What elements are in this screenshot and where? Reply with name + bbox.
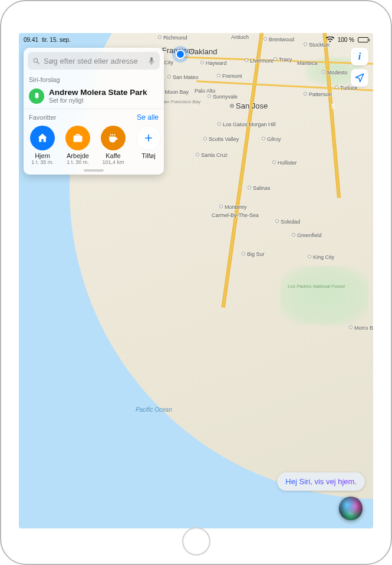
screen: 5 RichmondSan FranciscoOaklandHaywardFre… <box>19 33 373 528</box>
home-icon <box>30 126 55 150</box>
favorite-label: Hjem <box>35 152 50 159</box>
home-button[interactable] <box>182 527 210 556</box>
dictate-icon[interactable] <box>148 57 155 65</box>
svg-point-0 <box>34 58 38 63</box>
favorite-label: Tilføj <box>141 152 155 159</box>
favorites-label: Favoritter <box>29 114 56 121</box>
suggestion-subtitle: Set for nyligt <box>49 97 147 104</box>
battery-icon <box>358 37 368 42</box>
favorites-header: Favoritter Se alle <box>24 109 164 124</box>
favorites-row: Hjem1 t. 35 m.Arbejde1 t. 30 m.Kaffe101,… <box>24 124 164 165</box>
city-label[interactable]: Tracy <box>274 57 292 63</box>
city-label[interactable]: Hollister <box>272 160 297 166</box>
status-date: tir. 15. sep. <box>42 37 71 43</box>
svg-line-1 <box>37 62 39 64</box>
city-label[interactable]: Soledad <box>275 219 300 225</box>
city-label[interactable]: Fremont <box>217 73 242 79</box>
favorite-label: Kaffe <box>106 152 121 159</box>
city-label[interactable]: Salinas <box>248 185 271 191</box>
city-label[interactable]: King City <box>308 254 334 260</box>
favorite-item[interactable]: Hjem1 t. 35 m. <box>29 126 56 165</box>
city-label[interactable]: Morro Bay <box>349 325 373 331</box>
search-placeholder: Søg efter sted eller adresse <box>44 57 144 65</box>
favorites-see-all-link[interactable]: Se alle <box>137 113 159 121</box>
city-label[interactable]: Monterey <box>219 204 247 210</box>
search-icon <box>32 57 40 65</box>
search-field[interactable]: Søg efter sted eller adresse <box>28 52 160 70</box>
panel-grabber[interactable] <box>84 169 104 172</box>
favorite-item[interactable]: Tilføj <box>135 126 162 159</box>
favorite-sub: 1 t. 30 m. <box>67 159 89 165</box>
park-icon <box>29 88 44 104</box>
locate-icon <box>354 73 365 83</box>
siri-suggestion-item[interactable]: Andrew Molera State Park Set for nyligt <box>24 86 164 109</box>
city-label[interactable]: Livermore <box>245 58 274 64</box>
city-label[interactable]: Carmel-By-The-Sea <box>212 212 259 218</box>
search-panel: Søg efter sted eller adresse Siri-forsla… <box>24 48 164 175</box>
map-info-button[interactable]: i <box>351 48 368 65</box>
siri-orb-button[interactable] <box>339 497 363 520</box>
city-label[interactable]: Morgan Hill <box>249 121 276 127</box>
ipad-device-frame: 5 RichmondSan FranciscoOaklandHaywardFre… <box>0 0 392 565</box>
user-location-dot[interactable] <box>176 50 185 59</box>
briefcase-icon <box>65 126 90 150</box>
info-icon: i <box>358 51 361 62</box>
bay-label: San Francisco Bay <box>161 99 200 104</box>
city-label[interactable]: Patterson <box>304 91 332 97</box>
svg-rect-2 <box>150 57 153 62</box>
favorite-sub: 101,4 km <box>102 159 124 165</box>
city-label[interactable]: Hayward <box>200 60 227 66</box>
battery-text: 100 % <box>338 37 354 43</box>
city-label[interactable]: Palo Alto <box>195 88 216 94</box>
siri-suggestions-label: Siri-forslag <box>24 72 164 86</box>
city-label[interactable]: San Mateo <box>167 74 199 80</box>
coffee-icon <box>101 126 126 150</box>
city-label[interactable]: Santa Cruz <box>196 152 228 158</box>
favorite-label: Arbejde <box>67 152 89 159</box>
wifi-icon <box>326 37 334 42</box>
park-label: Los Padres National Forest <box>288 284 345 290</box>
favorite-item[interactable]: Arbejde1 t. 30 m. <box>64 126 91 165</box>
favorite-item[interactable]: Kaffe101,4 km <box>100 126 127 165</box>
city-label[interactable]: Big Sur <box>242 251 265 257</box>
siri-transcript-bubble: Hej Siri, vis vej hjem. <box>277 472 365 491</box>
favorite-sub: 1 t. 35 m. <box>31 159 54 165</box>
city-label[interactable]: Oakland <box>183 47 217 56</box>
map-locate-button[interactable] <box>351 69 368 87</box>
plus-icon <box>136 126 161 150</box>
city-label[interactable]: Scotts Valley <box>203 136 239 142</box>
city-label[interactable]: Los Gatos <box>218 121 247 127</box>
status-time: 09.41 <box>24 37 38 43</box>
city-label[interactable]: Modesto <box>322 70 348 75</box>
map-controls: i <box>351 48 368 87</box>
city-label[interactable]: Greenfield <box>292 232 322 238</box>
suggestion-title: Andrew Molera State Park <box>49 88 147 97</box>
siri-transcript-text: Hej Siri, vis vej hjem. <box>285 477 357 486</box>
city-label[interactable]: San Jose <box>230 101 268 110</box>
status-bar: 09.41 tir. 15. sep. 100 % <box>19 33 373 45</box>
siri-suggestion-text: Andrew Molera State Park Set for nyligt <box>49 88 147 104</box>
map-forest-area <box>280 266 368 325</box>
ocean-label: Pacific Ocean <box>136 406 172 413</box>
city-label[interactable]: Manteca <box>297 60 318 66</box>
city-label[interactable]: Gilroy <box>262 136 281 142</box>
city-label[interactable]: Sunnyvale <box>207 94 238 100</box>
shield-interstate-5: 5 <box>328 101 338 111</box>
